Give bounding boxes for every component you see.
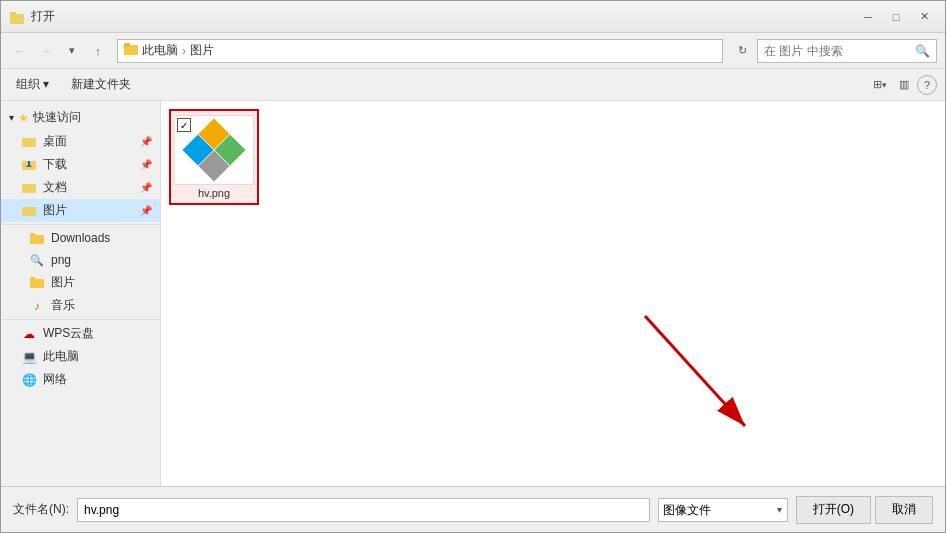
svg-rect-6 [22,138,36,147]
nav-toolbar: ← → ▾ ↑ 此电脑 › 图片 ↻ 🔍 [1,33,945,69]
sidebar-item-wps[interactable]: ☁ WPS云盘 [1,322,160,345]
organize-label: 组织 ▾ [16,76,49,93]
sidebar-item-label: Downloads [51,231,110,245]
sidebar-item-label: 桌面 [43,133,67,150]
divider1 [1,224,160,225]
breadcrumb[interactable]: 此电脑 › 图片 [117,39,723,63]
back-button[interactable]: ← [9,40,31,62]
file-thumbnail: ✓ [174,115,254,185]
sidebar-item-label: 下载 [43,156,67,173]
maximize-button[interactable]: □ [883,7,909,27]
sidebar-item-png[interactable]: 🔍 png [1,249,160,271]
sidebar-item-pictures[interactable]: 图片 📌 [1,199,160,222]
up-icon: ↑ [95,45,101,57]
filetype-select[interactable]: 图像文件 [658,498,788,522]
back-icon: ← [15,45,26,57]
pane-icon: ▥ [899,78,909,91]
svg-rect-4 [124,43,130,47]
new-folder-label: 新建文件夹 [71,76,131,93]
main-content[interactable]: ✓ hv.png [161,101,945,486]
sidebar-quick-access-header[interactable]: ▾ ★ 快速访问 [1,105,160,130]
breadcrumb-current: 图片 [190,42,214,59]
content-area: ▾ ★ 快速访问 桌面 📌 [1,101,945,486]
sidebar-item-label: 此电脑 [43,348,79,365]
file-grid: ✓ hv.png [169,109,937,205]
downloads-folder-icon [29,230,45,246]
pictures-icon [21,203,37,219]
file-item-hv[interactable]: ✓ hv.png [169,109,259,205]
sidebar: ▾ ★ 快速访问 桌面 📌 [1,101,161,486]
search-input[interactable] [764,44,915,58]
up-button[interactable]: ↑ [87,40,109,62]
view-dropdown-button[interactable]: ⊞ ▾ [869,74,891,96]
png-search-icon: 🔍 [29,252,45,268]
red-arrow-annotation [585,296,785,456]
pin-icon-downloads: 📌 [140,159,152,170]
refresh-icon: ↻ [738,44,747,57]
pictures2-icon [29,275,45,291]
svg-rect-2 [10,14,24,23]
svg-rect-12 [30,235,44,244]
sidebar-item-label: 图片 [51,274,75,291]
refresh-button[interactable]: ↻ [731,40,753,62]
breadcrumb-thispc: 此电脑 [142,42,178,59]
help-icon: ? [924,79,930,91]
sidebar-item-thispc[interactable]: 💻 此电脑 [1,345,160,368]
pin-icon-desktop: 📌 [140,136,152,147]
network-icon: 🌐 [21,372,37,388]
music-icon: ♪ [29,298,45,314]
sidebar-item-label: 图片 [43,202,67,219]
divider2 [1,319,160,320]
sidebar-item-music[interactable]: ♪ 音乐 [1,294,160,317]
svg-rect-10 [22,184,36,193]
filetype-wrapper: 图像文件 [658,498,788,522]
new-folder-button[interactable]: 新建文件夹 [64,73,138,96]
forward-button[interactable]: → [35,40,57,62]
desktop-icon [21,134,37,150]
svg-line-17 [645,316,745,426]
sidebar-item-pictures2[interactable]: 图片 [1,271,160,294]
actions-bar: 组织 ▾ 新建文件夹 ⊞ ▾ ▥ ? [1,69,945,101]
search-bar: 🔍 [757,39,937,63]
sidebar-item-downloads[interactable]: 下载 📌 [1,153,160,176]
sidebar-item-label: 网络 [43,371,67,388]
svg-rect-9 [28,161,30,165]
sidebar-item-network[interactable]: 🌐 网络 [1,368,160,391]
sidebar-item-downloads-folder[interactable]: Downloads [1,227,160,249]
titlebar-controls: ─ □ ✕ [855,7,937,27]
help-button[interactable]: ? [917,75,937,95]
wps-icon: ☁ [21,326,37,342]
forward-icon: → [41,45,52,57]
search-icon: 🔍 [915,44,930,58]
quick-access-label: 快速访问 [33,109,81,126]
open-dialog: 打开 ─ □ ✕ ← → ▾ ↑ 此电脑 › 图片 ↻ [0,0,946,533]
pane-button[interactable]: ▥ [893,74,915,96]
svg-rect-11 [22,207,36,216]
breadcrumb-sep1: › [182,44,186,58]
organize-button[interactable]: 组织 ▾ [9,73,56,96]
sidebar-item-label: WPS云盘 [43,325,94,342]
filename-input[interactable] [77,498,650,522]
pin-icon-docs: 📌 [140,182,152,193]
view-icon: ⊞ [873,78,882,91]
file-name: hv.png [198,187,230,199]
hv-logo [187,123,241,177]
close-button[interactable]: ✕ [911,7,937,27]
cancel-button[interactable]: 取消 [875,496,933,524]
recent-icon: ▾ [69,44,75,57]
filename-label: 文件名(N): [13,501,69,518]
sidebar-item-documents[interactable]: 文档 📌 [1,176,160,199]
star-icon: ★ [18,111,29,125]
svg-rect-13 [30,233,35,236]
minimize-button[interactable]: ─ [855,7,881,27]
downloads-icon [21,157,37,173]
button-group: 打开(O) 取消 [796,496,933,524]
recent-button[interactable]: ▾ [61,40,83,62]
view-controls: ⊞ ▾ ▥ ? [869,74,937,96]
open-button[interactable]: 打开(O) [796,496,871,524]
bottom-bar: 文件名(N): 图像文件 打开(O) 取消 [1,486,945,532]
titlebar: 打开 ─ □ ✕ [1,1,945,33]
sidebar-item-desktop[interactable]: 桌面 📌 [1,130,160,153]
titlebar-icon [9,9,25,25]
view-dropdown-arrow: ▾ [882,80,887,90]
